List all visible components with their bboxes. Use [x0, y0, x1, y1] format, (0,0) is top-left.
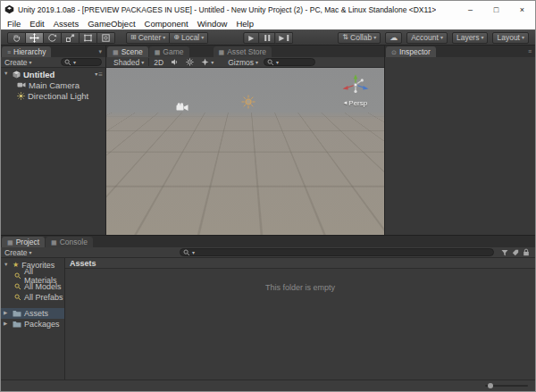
asset-store-tab-icon: ▦	[219, 49, 225, 55]
tab-asset-store[interactable]: ▦ Asset Store	[214, 46, 272, 57]
lighting-toggle-button[interactable]	[182, 57, 197, 67]
hierarchy-item-main-camera[interactable]: Main Camera	[1, 79, 105, 90]
collab-button[interactable]: ⇅ Collab ▾	[338, 32, 381, 44]
inspector-tab-icon: ⊙	[391, 49, 397, 55]
favorite-all-prefabs[interactable]: All Prefabs	[1, 292, 64, 303]
favorite-all-materials[interactable]: All Materials	[1, 271, 64, 281]
tab-inspector[interactable]: ⊙ Inspector	[386, 46, 436, 57]
2d-toggle-button[interactable]: 2D	[150, 57, 167, 67]
panel-menu-icon[interactable]: ▾	[95, 48, 105, 55]
filter-by-type-icon[interactable]	[501, 249, 508, 256]
directional-light-gizmo[interactable]	[239, 93, 257, 111]
tab-hierarchy[interactable]: ≡ Hierarchy	[2, 46, 51, 57]
account-button[interactable]: Account ▾	[406, 32, 448, 44]
hand-tool-icon	[12, 33, 21, 43]
move-tool-button[interactable]	[26, 32, 44, 44]
scene-name: Untitled	[23, 70, 54, 79]
light-icon	[17, 92, 25, 100]
favorite-all-models[interactable]: All Models	[1, 281, 64, 292]
camera-icon	[17, 81, 26, 88]
project-create-button[interactable]: Create ▾	[4, 248, 32, 257]
step-button[interactable]	[275, 32, 293, 44]
console-tab-icon: ▦	[51, 239, 57, 246]
hierarchy-toolbar: Create ▾ ▾	[1, 57, 105, 68]
hierarchy-search-input[interactable]: ▾	[61, 58, 102, 66]
menu-window[interactable]: Window	[193, 19, 232, 29]
scale-tool-button[interactable]	[62, 32, 80, 44]
project-search-input[interactable]: ▾	[180, 248, 494, 256]
layers-button[interactable]: Layers ▾	[452, 32, 489, 44]
tab-console[interactable]: ▦ Console	[46, 237, 93, 247]
tab-game[interactable]: ▦ Game	[149, 46, 189, 57]
unity-window: Unity 2019.1.0a8 - [PREVIEW PACKAGES IN …	[0, 0, 536, 392]
search-filter-dropdown-icon: ▾	[73, 60, 76, 65]
tab-scene[interactable]: ▦ Scene	[107, 46, 148, 57]
audio-toggle-button[interactable]	[167, 57, 182, 67]
folder-content-area[interactable]: This folder is empty	[65, 269, 535, 379]
menu-assets[interactable]: Assets	[49, 19, 84, 29]
window-title: Unity 2019.1.0a8 - [PREVIEW PACKAGES IN …	[18, 5, 436, 14]
shading-mode-dropdown[interactable]: Shaded ▾	[110, 57, 147, 67]
projection-toggle[interactable]: ◂ Persp	[334, 99, 377, 107]
foldout-icon[interactable]: ▼	[4, 71, 10, 77]
menu-component[interactable]: Component	[140, 19, 193, 29]
hierarchy-item-directional-light[interactable]: Directional Light	[1, 90, 105, 101]
camera-gizmo[interactable]	[176, 103, 188, 112]
scene-context-menu-icon[interactable]: ▾ ≡	[95, 71, 103, 79]
pivot-rotation-toggles: ⊞ Center ▾ ⊕ Local ▾	[126, 32, 208, 44]
foldout-icon[interactable]: ▶	[4, 321, 10, 327]
menu-edit[interactable]: Edit	[25, 19, 48, 29]
filter-by-label-icon[interactable]	[512, 249, 519, 256]
scene-viewport[interactable]: ◂ Persp	[106, 68, 384, 235]
chevron-down-icon: ▾	[141, 60, 144, 65]
pivot-toggle-button[interactable]: ⊞ Center ▾	[126, 32, 170, 44]
rect-tool-button[interactable]	[80, 32, 97, 44]
menu-file[interactable]: File	[3, 19, 25, 29]
scene-asset-icon	[13, 71, 21, 79]
tab-project[interactable]: ▦ Project	[2, 237, 45, 247]
maximize-button[interactable]: □	[483, 1, 509, 18]
favorite-label: All Models	[24, 282, 62, 291]
slider-knob[interactable]	[488, 383, 493, 388]
search-icon	[64, 59, 71, 66]
minimize-button[interactable]: –	[457, 1, 483, 18]
menu-gameobject[interactable]: GameObject	[83, 19, 139, 29]
axis-center-cube	[354, 83, 357, 87]
play-button[interactable]	[243, 32, 259, 44]
scene-tabstrip: ▦ Scene ▦ Game ▦ Asset Store	[106, 46, 384, 57]
lock-icon[interactable]	[523, 248, 530, 256]
titlebar: Unity 2019.1.0a8 - [PREVIEW PACKAGES IN …	[1, 1, 535, 18]
menu-help[interactable]: Help	[231, 19, 258, 29]
hierarchy-create-label: Create	[4, 58, 28, 67]
project-toolbar: Create ▾ ▾	[1, 247, 535, 258]
transform-tool-button[interactable]	[97, 32, 115, 44]
panel-menu-icon[interactable]: ≡	[524, 48, 535, 54]
rotation-toggle-button[interactable]: ⊕ Local ▾	[170, 32, 208, 44]
foldout-icon[interactable]: ▶	[4, 311, 10, 316]
layout-button[interactable]: Layout ▾	[492, 32, 529, 44]
scene-search-input[interactable]: ▾	[264, 58, 315, 66]
hand-tool-button[interactable]	[7, 32, 26, 44]
hierarchy-tabstrip: ≡ Hierarchy ▾	[1, 46, 105, 57]
gizmos-dropdown[interactable]: Gizmos ▾	[224, 57, 262, 67]
foldout-icon[interactable]: ▼	[4, 263, 10, 268]
folder-assets[interactable]: ▶ Assets	[1, 308, 64, 319]
hierarchy-scene-row[interactable]: ▼ Untitled ▾ ≡	[1, 69, 105, 79]
close-button[interactable]: ×	[509, 1, 535, 18]
main-toolbar: ⊞ Center ▾ ⊕ Local ▾ ⇅ Collab ▾ ☁	[1, 29, 535, 46]
project-tab-icon: ▦	[7, 239, 13, 246]
thumbnail-zoom-slider[interactable]	[485, 382, 528, 389]
rotate-tool-button[interactable]	[44, 32, 62, 44]
axis-x-cone	[343, 86, 348, 90]
folder-packages[interactable]: ▶ Packages	[1, 319, 64, 329]
speaker-icon	[171, 58, 179, 66]
cloud-button[interactable]: ☁	[385, 32, 402, 44]
hierarchy-create-button[interactable]: Create ▾	[4, 58, 32, 67]
effects-dropdown[interactable]: ▾	[197, 57, 217, 67]
pause-button[interactable]	[259, 32, 275, 44]
current-folder-label: Assets	[70, 259, 96, 268]
orientation-gizmo[interactable]: ◂ Persp	[334, 72, 377, 107]
hierarchy-tab-icon: ≡	[7, 49, 11, 55]
search-filter-dropdown-icon: ▾	[276, 60, 279, 65]
project-statusbar	[1, 379, 535, 391]
